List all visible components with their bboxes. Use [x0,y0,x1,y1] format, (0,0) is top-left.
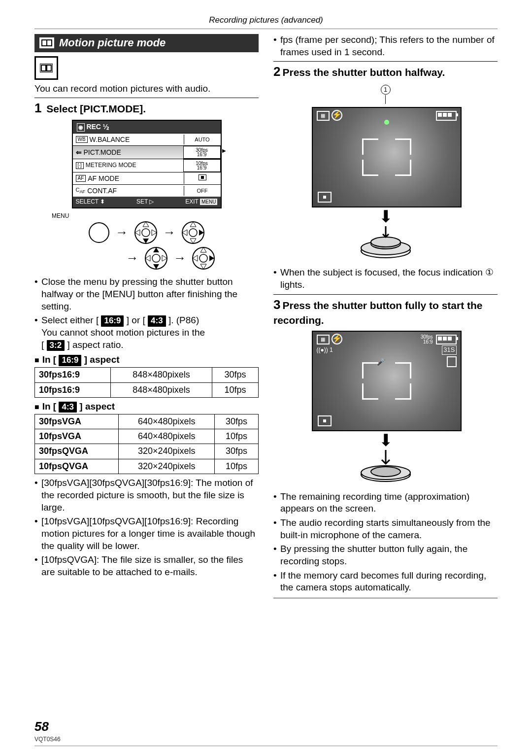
svg-point-34 [371,237,400,247]
svg-marker-17 [182,230,187,236]
step-1-heading: 1 Select [PICT.MODE]. [34,98,259,117]
right-bullets-mid: When the subject is focused, the focus i… [273,267,498,291]
svg-marker-22 [153,264,159,269]
arrow-right-icon: → [163,225,176,240]
list-item: [30fpsVGA][30fpsQVGA][30fps16:9]: The mo… [34,477,259,514]
svg-point-20 [152,254,160,262]
film-icon [39,37,54,48]
battery-icon [436,335,457,344]
menu-row-wbalance: WBW.BALANCE AUTO [73,133,221,145]
step-3-heading: 3Press the shutter button fully to start… [273,294,498,327]
running-header: Recording pictures (advanced) [34,15,498,26]
banner-title: Motion picture mode [59,36,166,50]
movie-mode-icon: ▦ [317,335,330,344]
svg-marker-15 [190,222,196,227]
svg-marker-11 [135,230,140,236]
card-icon [447,356,457,367]
lcd-preview-2: ▦ ⚡ 30fps16:9 ((●)) 1 31S 🎤 [312,331,462,431]
camera-menu-footer: SELECT ⬍ SET ▷ EXIT MENU [73,197,221,207]
ratio-3-2-tag: 3:2 [47,340,65,351]
callout-number-icon: 1 [381,85,391,95]
dpad-right-icon [180,220,206,245]
menu-row-contaf: CAFCONT.AF OFF [73,184,221,197]
battery-icon [436,111,457,121]
svg-rect-2 [47,40,51,45]
dpad-down-icon [133,220,159,245]
table-row: 30fpsVGA640×480pixels30fps [35,414,259,429]
left-bullets-a: Close the menu by pressing the shutter b… [34,276,259,351]
table-row: 30fpsQVGA320×240pixels30fps [35,444,259,459]
list-item: By pressing the shutter button fully aga… [273,543,498,567]
movie-mode-icon: ▦ [317,111,330,121]
step-1-title: Select [PICT.MODE]. [46,103,146,114]
section-end-rule [273,598,498,598]
table-row: 30fps16:9848×480pixels30fps [35,368,259,382]
menu-button-icon [87,221,111,244]
table-row: 10fps16:9848×480pixels10fps [35,382,259,397]
table-16-9: 30fps16:9848×480pixels30fps 10fps16:9848… [34,367,259,398]
list-item: If the memory card becomes full during r… [273,570,498,594]
svg-marker-23 [145,255,150,261]
document-code: VQT0S46 [34,736,498,744]
menu-row-afmode: AFAF MODE [73,172,221,184]
step-2-heading: 2Press the shutter button halfway. [273,61,498,80]
menu-row-pictmode: ⇐PICT.MODE 30fps 16:9▶ [73,145,221,159]
intro-text: You can record motion pictures with audi… [34,83,259,95]
page-number: 58 [34,719,498,735]
svg-point-37 [371,467,400,477]
arrow-down-icon: ⬇ [312,433,460,447]
arrow-right-icon: → [126,250,139,265]
flash-off-icon: ⚡ [332,110,342,121]
list-item: [10fpsVGA][10fpsQVGA][10fps16:9]: Record… [34,515,259,552]
table-row: 10fpsQVGA320×240pixels10fps [35,459,259,474]
camera-menu-illustration: ◉ REC ¹⁄₂ WBW.BALANCE AUTO ⇐PICT.MODE 30… [72,120,222,208]
subhead-4-3: ■In [ 4:3 ] aspect [34,401,259,413]
focus-indicator-icon [384,120,389,125]
svg-marker-29 [193,255,198,261]
svg-rect-4 [41,65,46,71]
arrow-right-icon: → [115,225,128,240]
menu-row-metering: [·]METERING MODE 10fps 16:9 [73,159,221,172]
callout-1: 1 [273,83,498,103]
svg-rect-5 [47,65,51,71]
list-item: Select either [ 16:9 ] or [ 4:3 ]. (P86)… [34,314,259,351]
svg-marker-12 [152,230,157,236]
svg-marker-9 [143,222,149,227]
subhead-16-9: ■In [ 16:9 ] aspect [34,354,259,366]
metering-icon [318,415,332,426]
lcd-preview-1: ▦ ⚡ [312,107,462,207]
dpad-right-icon [191,245,216,271]
remaining-time: 31S [442,345,456,355]
list-item: Close the menu by pressing the shutter b… [34,276,259,312]
page-footer: 58 VQT0S46 [34,719,498,746]
menu-tag: MENU [52,212,259,220]
table-row: 10fpsVGA640×480pixels10fps [35,429,259,444]
shutter-full-press-icon [356,449,415,487]
dpad-updown-icon [143,245,169,271]
flash-off-icon: ⚡ [332,334,342,344]
metering-icon [318,192,332,203]
right-bullets-top: fps (frame per second); This refers to t… [273,34,498,58]
list-item: fps (frame per second); This refers to t… [273,34,498,58]
svg-point-14 [189,229,197,237]
mode-banner: Motion picture mode [34,34,259,52]
ratio-16-9-tag: 16:9 [59,355,81,366]
navigation-pad-diagram: MENU → → → → [34,212,259,272]
list-item: The remaining recording time (approximat… [273,491,498,515]
svg-marker-10 [143,239,149,243]
recording-indicator: ((●)) 1 [317,346,333,354]
svg-rect-1 [42,40,46,45]
svg-marker-24 [162,255,167,261]
right-bullets-bot: The remaining recording time (approximat… [273,491,498,594]
header-rule [34,29,498,29]
svg-marker-28 [200,264,206,269]
ratio-4-3-tag: 4:3 [148,315,166,326]
right-column: fps (frame per second); This refers to t… [273,34,498,602]
table-4-3: 30fpsVGA640×480pixels30fps 10fpsVGA640×4… [34,414,259,475]
svg-marker-21 [153,247,159,252]
svg-point-6 [89,223,109,242]
ratio-16-9-tag: 16:9 [101,315,124,326]
camera-menu-header: ◉ REC ¹⁄₂ [73,121,221,133]
left-bullets-b: [30fpsVGA][30fpsQVGA][30fps16:9]: The mo… [34,477,259,579]
svg-marker-27 [200,247,206,252]
